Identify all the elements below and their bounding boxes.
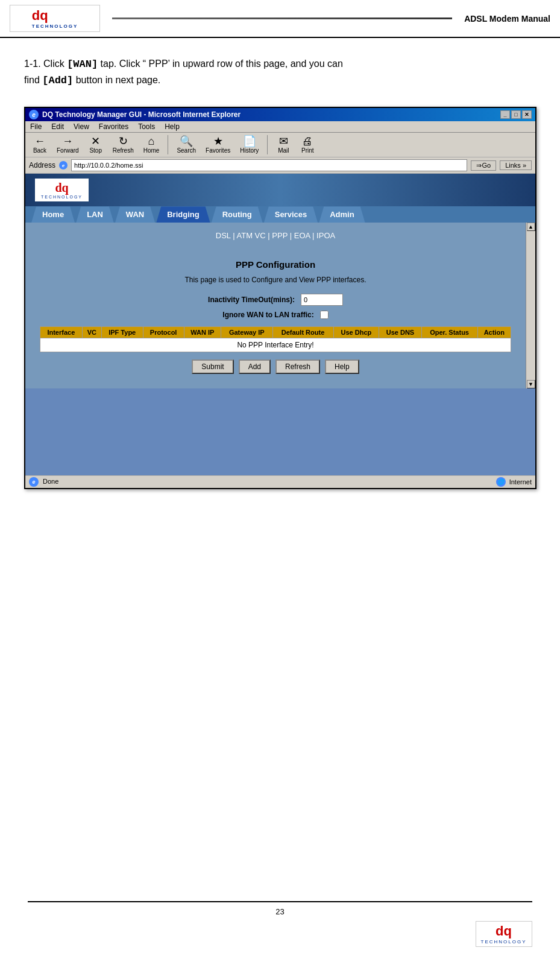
col-wan-ip: WAN IP [184,327,221,338]
page-number: 23 [275,907,284,916]
browser-window: e DQ Technology Manager GUI - Microsoft … [24,107,536,489]
submit-button[interactable]: Submit [192,359,233,374]
footer-logo-area: dq TECHNOLOGY [28,921,532,947]
address-bar: Address e ⇒Go Links » [25,157,535,174]
table-row: No PPP Interface Entry! [40,338,511,352]
scroll-track [527,231,535,380]
print-button[interactable]: 🖨 Print [297,135,318,155]
page-footer: 23 dq TECHNOLOGY [0,901,560,947]
header-logo: dq TECHNOLOGY [10,5,100,32]
stop-label: Stop [89,147,102,154]
mail-icon: ✉ [279,136,288,147]
address-label: Address [29,161,55,169]
footer-logo: dq TECHNOLOGY [476,921,532,947]
search-button[interactable]: 🔍 Search [173,135,200,155]
main-panel: DSL | ATM VC | PPP | EOA | IPOA PPP Conf… [25,223,535,388]
back-button[interactable]: ← Back [29,135,51,155]
home-button[interactable]: ⌂ Home [140,135,163,155]
search-label: Search [177,147,196,154]
minimize-button[interactable]: _ [500,110,510,119]
history-icon: 📄 [243,136,256,147]
col-oper-status: Oper. Status [421,327,477,338]
internet-icon: 🌐 [496,477,506,487]
mail-button[interactable]: ✉ Mail [272,135,294,155]
address-input[interactable] [71,159,467,171]
footer-logo-dq: dq [496,923,512,939]
menu-favorites[interactable]: Favorites [99,122,128,131]
subnav-ipoa[interactable]: IPOA [316,231,335,240]
go-button[interactable]: ⇒Go [471,160,496,171]
forward-icon: → [62,136,73,147]
dq-logo: dq TECHNOLOGY [35,179,89,201]
title-buttons[interactable]: _ □ ✕ [500,110,532,119]
footer-logo-tech: TECHNOLOGY [481,939,527,945]
dq-header: dq TECHNOLOGY [25,174,535,206]
ignore-wan-row: Ignore WAN to LAN traffic: [40,311,511,319]
scroll-up-button[interactable]: ▲ [527,223,535,231]
history-button[interactable]: 📄 History [236,135,262,155]
col-interface: Interface [40,327,83,338]
maximize-button[interactable]: □ [511,110,521,119]
favorites-icon: ★ [213,136,223,147]
print-icon: 🖨 [302,136,313,147]
refresh-button[interactable]: ↻ Refresh [109,135,137,155]
inactivity-label: Inactivity TimeOut(mins): [208,296,295,304]
tab-wan[interactable]: WAN [115,206,155,223]
inactivity-input[interactable] [301,294,343,306]
col-use-dhcp: Use Dhcp [333,327,379,338]
page-title: ADSL Modem Manual [464,14,550,24]
tab-home[interactable]: Home [31,206,75,223]
page-header: dq TECHNOLOGY ADSL Modem Manual [0,0,560,38]
add-label: [Add] [42,75,73,86]
logo-dq-text: dq [32,8,78,24]
header-divider [112,17,452,19]
inactivity-row: Inactivity TimeOut(mins): [40,294,511,306]
col-use-dns: Use DNS [379,327,421,338]
sub-nav: DSL | ATM VC | PPP | EOA | IPOA [30,227,521,244]
ppp-description: This page is used to Configure and View … [40,276,511,284]
title-bar-left: e DQ Technology Manager GUI - Microsoft … [29,110,241,119]
menu-edit[interactable]: Edit [51,122,64,131]
menu-view[interactable]: View [74,122,89,131]
tab-lan[interactable]: LAN [76,206,114,223]
nav-tabs: Home LAN WAN Bridging Routing Services A… [25,206,535,223]
scrollbar[interactable]: ▲ ▼ [526,223,535,388]
menu-file[interactable]: File [30,122,42,131]
col-gateway-ip: Gateway IP [221,327,272,338]
search-icon: 🔍 [180,136,193,147]
scroll-down-button[interactable]: ▼ [527,380,535,388]
add-button[interactable]: Add [239,359,271,374]
instruction-text: 1-1. Click [WAN] tap. Click “ PPP’ in up… [24,56,536,89]
tab-bridging[interactable]: Bridging [156,206,210,223]
subnav-sep3: | [290,231,294,240]
instruction-line2: tap. Click “ PPP’ in upward row of this … [98,59,343,69]
title-bar: e DQ Technology Manager GUI - Microsoft … [25,108,535,121]
stop-button[interactable]: ✕ Stop [85,135,107,155]
toolbar: ← Back → Forward ✕ Stop ↻ Refresh ⌂ Home… [25,133,535,157]
subnav-dsl[interactable]: DSL [216,231,231,240]
tab-services[interactable]: Services [264,206,318,223]
links-button[interactable]: Links » [500,160,532,170]
refresh-form-button[interactable]: Refresh [275,359,320,374]
subnav-ppp[interactable]: PPP [272,231,288,240]
ignore-wan-checkbox[interactable] [320,311,329,319]
col-vc: VC [82,327,101,338]
tab-admin[interactable]: Admin [319,206,365,223]
stop-icon: ✕ [91,136,100,147]
favorites-button[interactable]: ★ Favorites [202,135,234,155]
forward-button[interactable]: → Forward [53,135,83,155]
subnav-atmvc[interactable]: ATM VC [237,231,266,240]
no-entry-cell: No PPP Interface Entry! [40,338,511,352]
subnav-eoa[interactable]: EOA [294,231,310,240]
menu-tools[interactable]: Tools [138,122,155,131]
history-label: History [240,147,259,154]
close-button[interactable]: ✕ [522,110,532,119]
wan-label: [WAN] [67,59,98,70]
tab-routing[interactable]: Routing [212,206,263,223]
help-button[interactable]: Help [325,359,359,374]
ppp-box: PPP Configuration This page is used to C… [30,250,521,384]
col-ipf-type: IPF Type [101,327,143,338]
toolbar-separator-1 [168,135,168,154]
menu-help[interactable]: Help [165,122,180,131]
browser-content: dq TECHNOLOGY Home LAN WAN Bridging Rout… [25,174,535,475]
